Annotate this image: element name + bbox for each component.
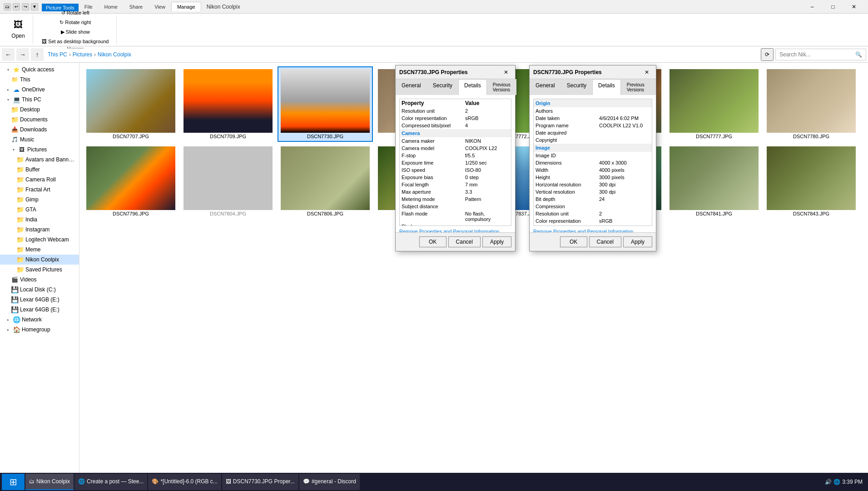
taskbar-item-discord[interactable]: 💬 #general - Discord — [299, 474, 360, 490]
refresh-button[interactable]: ⟳ — [761, 48, 774, 61]
remove-properties-link-2[interactable]: Remove Properties and Personal Informati… — [533, 229, 652, 232]
file-item[interactable]: DSCN7796.JPG — [83, 144, 179, 219]
breadcrumb-pictures[interactable]: Pictures — [73, 51, 92, 58]
sidebar-item-gta[interactable]: 📁 GTA — [0, 205, 79, 215]
sidebar-item-quick-access[interactable]: ▾ ⭐ Quick access — [0, 65, 79, 75]
dialog-1-apply-button[interactable]: Apply — [482, 236, 511, 247]
sidebar-item-avatars[interactable]: 📁 Avatars and Banners — [0, 155, 79, 165]
dialog-2-tab-versions[interactable]: Previous Versions — [621, 79, 656, 95]
rotate-right-btn[interactable]: ↻ Rotate right — [55, 18, 95, 27]
forward-button[interactable]: → — [16, 48, 29, 61]
remove-properties-link-1[interactable]: Remove Properties and Personal Informati… — [399, 229, 511, 232]
prop-name: Camera model — [400, 145, 463, 152]
sidebar-item-homegroup[interactable]: ▸ 🏠 Homegroup — [0, 325, 79, 335]
sidebar-item-network[interactable]: ▸ 🌐 Network — [0, 315, 79, 325]
sidebar-item-local-disk[interactable]: 💾 Local Disk (C:) — [0, 285, 79, 295]
sidebar-label-network: Network — [22, 316, 42, 323]
taskbar-item-chrome[interactable]: 🌐 Create a post — Stee... — [74, 474, 147, 490]
dialog-1-tab-versions[interactable]: Previous Versions — [487, 79, 516, 95]
open-button[interactable]: 🖼 Open — [7, 15, 29, 41]
redo-btn[interactable]: ↪ — [22, 3, 29, 10]
sidebar-item-desktop[interactable]: 📁 Desktop — [0, 105, 79, 115]
prop-name: Copyright — [534, 136, 597, 144]
file-item[interactable]: DSCN7843.JPG — [764, 144, 859, 219]
dialog-2-apply-button[interactable]: Apply — [623, 236, 652, 247]
prop-name: Compression — [534, 203, 597, 210]
tab-share[interactable]: Share — [124, 2, 149, 11]
dialog-1-ok-button[interactable]: OK — [419, 236, 446, 247]
sidebar-item-saved-pictures[interactable]: 📁 Saved Pictures — [0, 265, 79, 275]
sidebar-item-downloads[interactable]: 📥 Downloads — [0, 125, 79, 135]
dialog-1-tab-details[interactable]: Details — [458, 79, 487, 95]
sidebar-item-videos[interactable]: 🎬 Videos — [0, 275, 79, 285]
breadcrumb-this-pc[interactable]: This PC — [48, 51, 67, 58]
file-item[interactable]: DSCN7804.JPG — [180, 144, 276, 219]
close-button[interactable]: ✕ — [843, 0, 864, 14]
sidebar-item-instagram[interactable]: 📁 Instagram — [0, 225, 79, 235]
prop-section-row: Camera — [400, 129, 511, 137]
file-item[interactable]: DSCN7707.JPG — [83, 66, 179, 142]
slideshow-btn[interactable]: ▶ Slide show — [57, 28, 94, 36]
minimize-button[interactable]: – — [802, 0, 823, 14]
sidebar-item-music[interactable]: 🎵 Music — [0, 135, 79, 145]
taskbar-network-icon[interactable]: 🌐 — [833, 479, 840, 485]
sidebar-item-buffer[interactable]: 📁 Buffer — [0, 165, 79, 175]
dialog-2-scroll[interactable]: Origin Authors Date taken 4/6/2014 6:02 … — [533, 99, 652, 226]
dialog-2-title-bar: DSCN7730.JPG Properties ✕ — [530, 65, 656, 79]
dropdown-btn[interactable]: ▼ — [31, 3, 38, 10]
sidebar-item-pictures[interactable]: ▾ 🖼 Pictures — [0, 145, 79, 155]
sidebar-label-quick-access: Quick access — [22, 66, 54, 73]
file-item[interactable]: DSCN7780.JPG — [764, 66, 859, 142]
breadcrumb[interactable]: This PC › Pictures › Nikon Coolpix — [45, 49, 759, 60]
search-input[interactable] — [779, 51, 855, 58]
breadcrumb-nikon[interactable]: Nikon Coolpix — [98, 51, 131, 58]
taskbar-sound-icon[interactable]: 🔊 — [825, 479, 832, 485]
taskbar-item-gimp[interactable]: 🎨 *[Untitled]-6.0 (RGB c... — [148, 474, 221, 490]
tab-view[interactable]: View — [149, 2, 171, 11]
sidebar-item-fractal-art[interactable]: 📁 Fractal Art — [0, 185, 79, 195]
sidebar-item-lexar-2[interactable]: 💾 Lexar 64GB (E:) — [0, 305, 79, 315]
dialog-1-close[interactable]: ✕ — [501, 67, 511, 78]
sidebar-item-gimp[interactable]: 📁 Gimp — [0, 195, 79, 205]
set-background-btn[interactable]: 🖼 Set as desktop background — [38, 37, 113, 45]
sidebar-item-this-pc[interactable]: ▾ 💻 This PC — [0, 95, 79, 105]
maximize-button[interactable]: □ — [823, 0, 843, 14]
dialog-1-tab-security[interactable]: Security — [427, 79, 458, 95]
dialog-2-tab-details[interactable]: Details — [592, 79, 621, 95]
sidebar-item-lexar-1[interactable]: 💾 Lexar 64GB (E:) — [0, 295, 79, 305]
sidebar-item-nikon-coolpix[interactable]: 📁 Nikon Coolpix — [0, 255, 79, 265]
dialog-2-ok-button[interactable]: OK — [560, 236, 587, 247]
dialog-1-tab-general[interactable]: General — [396, 79, 427, 95]
file-item[interactable]: DSCN7777.JPG — [666, 66, 762, 142]
dialog-2-tab-general[interactable]: General — [530, 79, 561, 95]
dialog-1-cancel-button[interactable]: Cancel — [448, 236, 481, 247]
prop-row: Authors — [534, 107, 652, 115]
dialog-2-close[interactable]: ✕ — [641, 67, 652, 78]
file-item-selected[interactable]: DSCN7730.JPG — [278, 66, 373, 142]
taskbar-item-props[interactable]: 🖼 DSCN7730.JPG Proper... — [222, 474, 298, 490]
sidebar-item-logitech[interactable]: 📁 Logitech Webcam — [0, 235, 79, 245]
sidebar-item-documents[interactable]: 📁 Documents — [0, 115, 79, 125]
sidebar-item-this[interactable]: 📁 This — [0, 75, 79, 85]
tab-home[interactable]: Home — [99, 2, 124, 11]
tab-manage[interactable]: Manage — [171, 2, 201, 11]
file-item[interactable]: DSCN7806.JPG — [278, 144, 373, 219]
dialog-1-scroll[interactable]: Property Value Resolution unit 2 Color r… — [399, 99, 511, 226]
sidebar-item-india[interactable]: 📁 India — [0, 215, 79, 225]
start-button[interactable]: ⊞ — [2, 474, 25, 490]
up-button[interactable]: ↑ — [31, 48, 44, 61]
undo-btn[interactable]: ↩ — [13, 3, 20, 10]
taskbar-label-props: DSCN7730.JPG Proper... — [233, 478, 295, 485]
dialog-2-cancel-button[interactable]: Cancel — [589, 236, 621, 247]
taskbar-item-nikon[interactable]: 🗂 Nikon Coolpix — [25, 474, 74, 490]
sidebar-item-meme[interactable]: 📁 Meme — [0, 245, 79, 255]
rotate-left-btn[interactable]: ↺ Rotate left — [57, 9, 94, 17]
sidebar-item-onedrive[interactable]: ▸ ☁ OneDrive — [0, 85, 79, 95]
properties-dialog-2: DSCN7730.JPG Properties ✕ General Securi… — [529, 65, 656, 251]
prop-row: Width 4000 pixels — [534, 166, 652, 174]
file-item[interactable]: DSCN7841.JPG — [666, 144, 762, 219]
file-item[interactable]: DSCN7709.JPG — [180, 66, 276, 142]
sidebar-item-camera-roll[interactable]: 📁 Camera Roll — [0, 175, 79, 185]
dialog-2-tab-security[interactable]: Security — [561, 79, 592, 95]
back-button[interactable]: ← — [2, 48, 15, 61]
